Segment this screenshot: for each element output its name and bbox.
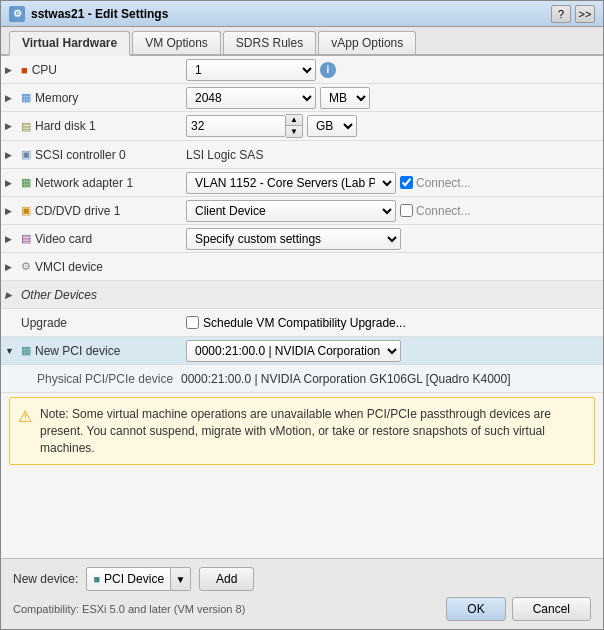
tab-vm-options[interactable]: VM Options <box>132 31 221 54</box>
upgrade-checkbox[interactable] <box>186 316 199 329</box>
vmci-row: ▶ ⚙ VMCI device <box>1 253 603 281</box>
cpu-info-icon[interactable]: i <box>320 62 336 78</box>
scsi-row: ▶ ▣ SCSI controller 0 LSI Logic SAS <box>1 141 603 169</box>
title-bar-left: ⚙ sstwas21 - Edit Settings <box>9 6 168 22</box>
upgrade-label: Upgrade <box>21 316 67 330</box>
cd-connect-label: Connect... <box>416 204 471 218</box>
cpu-label: CPU <box>32 63 57 77</box>
memory-label: Memory <box>35 91 78 105</box>
cd-row: ▶ ▣ CD/DVD drive 1 Client Device Connect… <box>1 197 603 225</box>
network-connect-label: Connect... <box>416 176 471 190</box>
memory-row: ▶ ▦ Memory 2048 MB <box>1 84 603 112</box>
video-row: ▶ ▤ Video card Specify custom settings <box>1 225 603 253</box>
cpu-select[interactable]: 1 <box>186 59 316 81</box>
tab-sdrs-rules[interactable]: SDRS Rules <box>223 31 316 54</box>
compat-text: Compatibility: ESXi 5.0 and later (VM ve… <box>13 603 245 615</box>
new-device-select-wrapper: ■ PCI Device ▼ <box>86 567 191 591</box>
window-title: sstwas21 - Edit Settings <box>31 7 168 21</box>
new-pci-select[interactable]: 0000:21:00.0 | NVIDIA Corporation C <box>186 340 401 362</box>
video-label: Video card <box>35 232 92 246</box>
memory-unit-select[interactable]: MB <box>320 87 370 109</box>
cd-select[interactable]: Client Device <box>186 200 396 222</box>
hard-disk-icon: ▤ <box>21 120 31 133</box>
new-device-label: New device: <box>13 572 78 586</box>
video-toggle[interactable]: ▶ <box>5 234 21 244</box>
video-select[interactable]: Specify custom settings <box>186 228 401 250</box>
hard-disk-row: ▶ ▤ Hard disk 1 ▲ ▼ <box>1 112 603 141</box>
video-icon: ▤ <box>21 232 31 245</box>
pci-device-icon: ■ <box>93 573 100 585</box>
new-pci-icon: ▦ <box>21 344 31 357</box>
physical-pci-row: Physical PCI/PCIe device 0000:21:00.0 | … <box>1 365 603 393</box>
scsi-toggle[interactable]: ▶ <box>5 150 21 160</box>
physical-pci-label: Physical PCI/PCIe device <box>21 372 181 386</box>
hardware-table: ▶ ■ CPU 1 i ▶ ▦ <box>1 56 603 499</box>
memory-select[interactable]: 2048 <box>186 87 316 109</box>
content-area: ▶ ■ CPU 1 i ▶ ▦ <box>1 56 603 629</box>
network-row: ▶ ▦ Network adapter 1 VLAN 1152 - Core S… <box>1 169 603 197</box>
network-connect-area: Connect... <box>400 176 471 190</box>
network-icon: ▦ <box>21 176 31 189</box>
network-select[interactable]: VLAN 1152 - Core Servers (Lab Prin <box>186 172 396 194</box>
footer: New device: ■ PCI Device ▼ Add Compatibi… <box>1 558 603 629</box>
memory-toggle[interactable]: ▶ <box>5 93 21 103</box>
scsi-value: LSI Logic SAS <box>186 148 263 162</box>
vmci-label: VMCI device <box>35 260 103 274</box>
hard-disk-up[interactable]: ▲ <box>286 115 302 126</box>
upgrade-toggle <box>5 317 21 328</box>
cpu-row: ▶ ■ CPU 1 i <box>1 56 603 84</box>
cd-connect-area: Connect... <box>400 204 471 218</box>
title-bar: ⚙ sstwas21 - Edit Settings ? >> <box>1 1 603 27</box>
dialog-buttons: OK Cancel <box>446 597 591 621</box>
cancel-button[interactable]: Cancel <box>512 597 591 621</box>
spacer <box>1 469 603 499</box>
other-toggle[interactable]: ▶ <box>5 290 21 300</box>
new-pci-label: New PCI device <box>35 344 120 358</box>
tabs-bar: Virtual Hardware VM Options SDRS Rules v… <box>1 27 603 56</box>
upgrade-schedule-label: Schedule VM Compatibility Upgrade... <box>203 316 406 330</box>
hard-disk-input[interactable] <box>186 115 286 137</box>
vmci-toggle[interactable]: ▶ <box>5 262 21 272</box>
other-devices-label: Other Devices <box>21 288 97 302</box>
other-devices-row: ▶ Other Devices <box>1 281 603 309</box>
device-name-label: PCI Device <box>104 572 164 586</box>
warning-box: ⚠ Note: Some virtual machine operations … <box>9 397 595 465</box>
hard-disk-unit-select[interactable]: GB <box>307 115 357 137</box>
tab-vapp-options[interactable]: vApp Options <box>318 31 416 54</box>
app-icon: ⚙ <box>9 6 25 22</box>
network-connect-checkbox[interactable] <box>400 176 413 189</box>
memory-icon: ▦ <box>21 91 31 104</box>
device-select-dropdown[interactable]: ▼ <box>171 567 191 591</box>
ok-button[interactable]: OK <box>446 597 505 621</box>
network-toggle[interactable]: ▶ <box>5 178 21 188</box>
device-select-btn[interactable]: ■ PCI Device <box>86 567 171 591</box>
expand-button[interactable]: >> <box>575 5 595 23</box>
scsi-label: SCSI controller 0 <box>35 148 126 162</box>
title-bar-controls: ? >> <box>551 5 595 23</box>
hard-disk-spin: ▲ ▼ <box>186 114 303 138</box>
hard-disk-spin-btns: ▲ ▼ <box>286 114 303 138</box>
scroll-area[interactable]: ▶ ■ CPU 1 i ▶ ▦ <box>1 56 603 558</box>
hard-disk-down[interactable]: ▼ <box>286 126 302 137</box>
physical-pci-value: 0000:21:00.0 | NVIDIA Corporation GK106G… <box>181 372 599 386</box>
hard-disk-toggle[interactable]: ▶ <box>5 121 21 131</box>
new-device-row: New device: ■ PCI Device ▼ Add <box>13 567 591 591</box>
cd-icon: ▣ <box>21 204 31 217</box>
add-button[interactable]: Add <box>199 567 254 591</box>
new-pci-toggle[interactable]: ▼ <box>5 346 21 356</box>
network-label: Network adapter 1 <box>35 176 133 190</box>
cd-connect-checkbox[interactable] <box>400 204 413 217</box>
hard-disk-label: Hard disk 1 <box>35 119 96 133</box>
cpu-toggle[interactable]: ▶ <box>5 65 21 75</box>
help-button[interactable]: ? <box>551 5 571 23</box>
cd-toggle[interactable]: ▶ <box>5 206 21 216</box>
vmci-icon: ⚙ <box>21 260 31 273</box>
warning-icon: ⚠ <box>18 407 32 456</box>
new-pci-row: ▼ ▦ New PCI device 0000:21:00.0 | NVIDIA… <box>1 337 603 365</box>
cpu-icon: ■ <box>21 64 28 76</box>
warning-text: Note: Some virtual machine operations ar… <box>40 406 586 456</box>
cd-label: CD/DVD drive 1 <box>35 204 120 218</box>
upgrade-row: Upgrade Schedule VM Compatibility Upgrad… <box>1 309 603 337</box>
tab-virtual-hardware[interactable]: Virtual Hardware <box>9 31 130 56</box>
main-window: ⚙ sstwas21 - Edit Settings ? >> Virtual … <box>0 0 604 630</box>
